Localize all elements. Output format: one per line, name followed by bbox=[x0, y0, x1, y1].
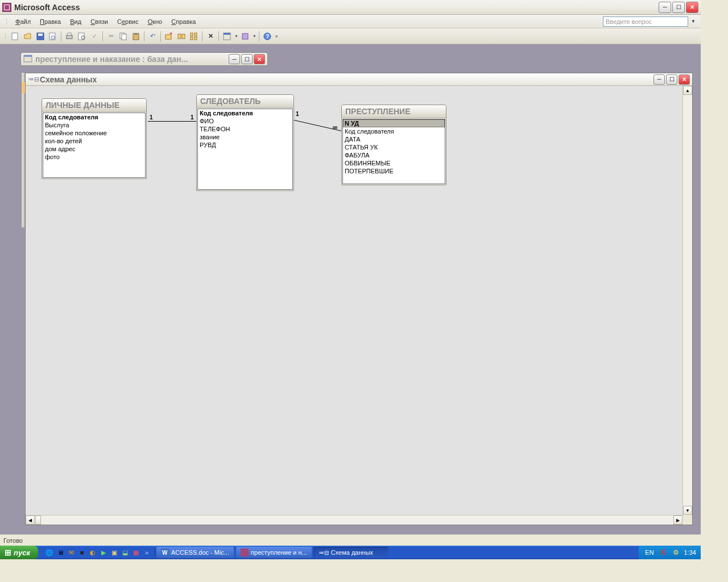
field-item[interactable]: ОБВИНЯЕМЫЕ bbox=[343, 159, 445, 167]
database-window-titlebar[interactable]: преступление и наказание : база дан... ─… bbox=[20, 52, 268, 66]
field-item[interactable]: Код следователя bbox=[343, 127, 445, 135]
menu-window[interactable]: Окно bbox=[143, 17, 167, 26]
db-close-button[interactable]: ✕ bbox=[254, 54, 265, 64]
delete-button[interactable]: ✕ bbox=[205, 31, 216, 42]
new-button[interactable] bbox=[10, 31, 21, 42]
show-all-button[interactable] bbox=[188, 31, 200, 42]
paste-button[interactable] bbox=[130, 31, 142, 42]
vertical-scrollbar[interactable]: ▲ ▼ bbox=[682, 86, 692, 515]
close-button[interactable]: ✕ bbox=[686, 2, 698, 13]
add-table-button[interactable]: + bbox=[163, 31, 175, 42]
menu-view[interactable]: Вид bbox=[65, 17, 86, 26]
ql-app1-icon[interactable]: ■ bbox=[77, 548, 86, 557]
schema-titlebar[interactable]: ≔⊟ Схема данных ─ ☐ ✕ bbox=[26, 73, 692, 86]
print-preview-button[interactable] bbox=[76, 31, 88, 42]
field-item[interactable]: дом адрес bbox=[43, 145, 145, 153]
new-object-button[interactable] bbox=[239, 31, 251, 42]
field-item[interactable]: ПОТЕРПЕВШИЕ bbox=[343, 167, 445, 175]
field-item[interactable]: ТЕЛЕФОН bbox=[198, 125, 292, 133]
schema-minimize-button[interactable]: ─ bbox=[653, 74, 665, 85]
svg-rect-6 bbox=[68, 33, 71, 35]
access-icon bbox=[2, 3, 11, 12]
table-crime[interactable]: ПРЕСТУПЛЕНИЕ N УД Код следователя ДАТА С… bbox=[341, 105, 446, 185]
menu-file[interactable]: Файл bbox=[11, 17, 35, 26]
table-personal-data[interactable]: ЛИЧНЫЕ ДАННЫЕ Код следователя Выслуга се… bbox=[42, 98, 147, 179]
tray-network-icon[interactable]: ⚙ bbox=[672, 548, 681, 557]
db-window-button[interactable] bbox=[221, 31, 233, 42]
taskbar-item-label: Схема данных bbox=[331, 549, 373, 556]
horizontal-scrollbar[interactable]: ◀ ▶ bbox=[26, 515, 682, 525]
help-button[interactable]: ? bbox=[262, 31, 273, 42]
taskbar-item-label: преступление и н... bbox=[251, 549, 307, 556]
cut-button[interactable]: ✂ bbox=[105, 31, 117, 42]
help-search-dropdown[interactable]: ▼ bbox=[689, 16, 697, 27]
system-tray: EN K ⚙ 1:34 bbox=[639, 546, 701, 559]
field-item[interactable]: звание bbox=[198, 133, 292, 141]
ql-app4-icon[interactable]: ⬓ bbox=[121, 548, 130, 557]
ql-app3-icon[interactable]: ▣ bbox=[110, 548, 119, 557]
schema-canvas[interactable]: 1 1 1 ∞ ЛИЧНЫЕ ДАННЫЕ Код следователя Вы… bbox=[26, 86, 692, 525]
scroll-left-button[interactable]: ◀ bbox=[26, 516, 35, 525]
menu-edit[interactable]: Правка bbox=[35, 17, 65, 26]
field-item[interactable]: РУВД bbox=[198, 141, 292, 149]
ql-ie-icon[interactable]: 🌐 bbox=[45, 548, 54, 557]
maximize-button[interactable]: ☐ bbox=[672, 2, 685, 13]
status-text: Готово bbox=[3, 537, 23, 544]
field-item[interactable]: N УД bbox=[343, 119, 445, 127]
relation-cardinality-1: 1 bbox=[150, 114, 153, 120]
new-object-dropdown-icon[interactable]: ▼ bbox=[252, 34, 257, 38]
ql-desktop-icon[interactable]: 🖥 bbox=[56, 548, 65, 557]
field-item[interactable]: ФАБУЛА bbox=[343, 151, 445, 159]
minimize-button[interactable]: ─ bbox=[659, 2, 671, 13]
scroll-right-button[interactable]: ▶ bbox=[673, 516, 682, 525]
ql-mail-icon[interactable]: ✉ bbox=[67, 548, 76, 557]
relationships-icon: ≔⊟ bbox=[318, 550, 329, 556]
svg-rect-7 bbox=[78, 33, 84, 40]
ql-app5-icon[interactable]: ▦ bbox=[131, 548, 140, 557]
menu-help[interactable]: Справка bbox=[167, 17, 200, 26]
field-item[interactable]: кол-во детей bbox=[43, 137, 145, 145]
app-title: Microsoft Access bbox=[14, 3, 659, 12]
schema-maximize-button[interactable]: ☐ bbox=[666, 74, 677, 85]
db-dropdown-icon[interactable]: ▼ bbox=[234, 34, 238, 38]
field-item[interactable]: Код следователя bbox=[43, 113, 145, 121]
search-file-button[interactable] bbox=[47, 31, 59, 42]
field-item[interactable]: семейное положение bbox=[43, 129, 145, 137]
language-indicator[interactable]: EN bbox=[643, 549, 655, 556]
scroll-down-button[interactable]: ▼ bbox=[683, 506, 692, 515]
field-item[interactable]: ДАТА bbox=[343, 135, 445, 143]
db-minimize-button[interactable]: ─ bbox=[229, 54, 240, 64]
ql-media-icon[interactable]: ▶ bbox=[99, 548, 108, 557]
undo-button[interactable]: ↶ bbox=[147, 31, 158, 42]
open-button[interactable] bbox=[22, 31, 34, 42]
start-button[interactable]: пуск bbox=[0, 546, 38, 559]
relation-line-1[interactable] bbox=[148, 121, 199, 122]
taskbar-item-schema[interactable]: ≔⊟ Схема данных bbox=[314, 547, 388, 558]
tray-kaspersky-icon[interactable]: K bbox=[659, 548, 668, 557]
save-button[interactable] bbox=[35, 31, 46, 42]
svg-rect-19 bbox=[191, 37, 193, 40]
field-item[interactable]: Код следователя bbox=[198, 109, 292, 117]
ql-chevron-icon[interactable]: » bbox=[142, 548, 151, 557]
table-investigator[interactable]: СЛЕДОВАТЕЛЬ Код следователя ФИО ТЕЛЕФОН … bbox=[196, 94, 294, 191]
ql-app2-icon[interactable]: ◐ bbox=[88, 548, 97, 557]
clock[interactable]: 1:34 bbox=[684, 549, 696, 556]
taskbar-item-access[interactable]: преступление и н... bbox=[236, 547, 312, 558]
scroll-up-button[interactable]: ▲ bbox=[683, 86, 692, 95]
svg-rect-10 bbox=[122, 34, 126, 40]
field-item[interactable]: ФИО bbox=[198, 117, 292, 125]
field-item[interactable]: СТАТЬЯ УК bbox=[343, 143, 445, 151]
menu-relations[interactable]: Связи bbox=[86, 17, 113, 26]
scroll-thumb[interactable] bbox=[35, 516, 41, 525]
field-item[interactable]: Выслуга bbox=[43, 121, 145, 129]
help-search-input[interactable]: Введите вопрос bbox=[603, 16, 688, 27]
spell-button[interactable]: ✓ bbox=[89, 31, 100, 42]
db-maximize-button[interactable]: ☐ bbox=[241, 54, 253, 64]
taskbar-item-word[interactable]: W ACCESS.doc - Mic... bbox=[156, 547, 234, 558]
menu-service[interactable]: Сервис bbox=[113, 17, 143, 26]
show-direct-button[interactable] bbox=[176, 31, 187, 42]
copy-button[interactable] bbox=[118, 31, 129, 42]
print-button[interactable] bbox=[64, 31, 75, 42]
field-item[interactable]: фото bbox=[43, 153, 145, 161]
schema-close-button[interactable]: ✕ bbox=[679, 74, 690, 85]
